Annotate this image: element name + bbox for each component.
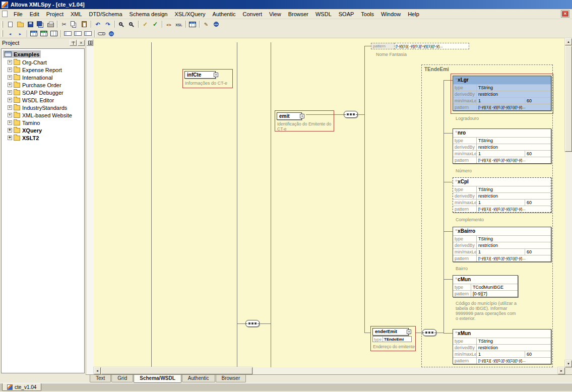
- tree-item-org-chart[interactable]: Org-Chart: [2, 58, 84, 66]
- element-table-xmun[interactable]: xMun typeTString derivedByrestriction mi…: [453, 329, 551, 364]
- table-green-button[interactable]: [39, 29, 49, 38]
- expand-icon[interactable]: [8, 113, 12, 117]
- menu-item-dtd-schema[interactable]: DTD/Schema: [86, 10, 126, 18]
- menu-item-edit[interactable]: Edit: [26, 10, 43, 18]
- expand-icon[interactable]: [8, 68, 12, 72]
- menu-item-project[interactable]: Project: [43, 10, 67, 18]
- document-icon[interactable]: [2, 11, 8, 17]
- globe-view-button[interactable]: [106, 29, 116, 38]
- horizontal-scrollbar[interactable]: [94, 367, 565, 374]
- menu-item-schema-design[interactable]: Schema design: [126, 10, 171, 18]
- new-file-button[interactable]: [5, 20, 15, 29]
- scroll-left-button[interactable]: [94, 367, 101, 374]
- save-all-button[interactable]: [35, 20, 45, 29]
- element-display-3-button[interactable]: [83, 29, 93, 38]
- cut-button[interactable]: [59, 20, 69, 29]
- vertical-scrollbar[interactable]: [565, 38, 572, 367]
- copy-button[interactable]: [69, 20, 79, 29]
- table-blue-button[interactable]: [29, 29, 39, 38]
- tree-item-expense-report[interactable]: Expense Report: [2, 66, 84, 74]
- scroll-up-button[interactable]: [565, 38, 572, 45]
- expand-handle-icon[interactable]: [214, 73, 218, 77]
- scroll-down-button[interactable]: [565, 360, 572, 367]
- tab-authentic[interactable]: Authentic: [182, 375, 215, 382]
- menu-item-browser[interactable]: Browser: [285, 10, 312, 18]
- expand-icon[interactable]: [8, 128, 12, 133]
- expand-handle-icon[interactable]: [300, 114, 304, 118]
- menu-item-authentic[interactable]: Authentic: [209, 10, 239, 18]
- element-display-button[interactable]: [62, 29, 73, 38]
- tree-item-tamino[interactable]: Tamino: [2, 119, 84, 126]
- table-plain-button[interactable]: [49, 29, 59, 38]
- element-table-xcpl[interactable]: xCpl typeTString derivedByrestriction mi…: [453, 177, 551, 213]
- tab-schema-wsdl[interactable]: Schema/WSDL: [134, 375, 181, 383]
- expand-icon[interactable]: [8, 60, 12, 64]
- link-schema-button[interactable]: [96, 29, 106, 38]
- expand-icon[interactable]: [8, 90, 12, 95]
- save-button[interactable]: [25, 20, 35, 29]
- browser-view-button[interactable]: [211, 20, 221, 29]
- tab-text[interactable]: Text: [90, 375, 111, 382]
- expand-icon[interactable]: [8, 98, 12, 102]
- expand-icon[interactable]: [8, 75, 12, 80]
- vertical-scroll-thumb[interactable]: [565, 46, 572, 152]
- menu-item-file[interactable]: File: [10, 10, 26, 18]
- nav-left-button[interactable]: [5, 29, 15, 38]
- element-table-nro[interactable]: nro typeTString derivedByrestriction min…: [453, 128, 551, 164]
- menu-item-tools[interactable]: Tools: [357, 10, 377, 18]
- menu-item-soap[interactable]: SOAP: [335, 10, 358, 18]
- tree-item-xml-based-website[interactable]: XML-based Website: [2, 111, 84, 119]
- find-button[interactable]: [116, 20, 126, 29]
- element-table-xbairro[interactable]: xBairro typeTString derivedByrestriction…: [453, 227, 551, 262]
- horizontal-scroll-thumb[interactable]: [101, 367, 252, 374]
- tree-item-international[interactable]: International: [2, 74, 84, 81]
- authentic-edit-button[interactable]: [201, 20, 211, 29]
- element-display-2-button[interactable]: [73, 29, 83, 38]
- menu-item-window[interactable]: Window: [377, 10, 404, 18]
- paste-button[interactable]: [79, 20, 89, 29]
- panel-close-button[interactable]: [78, 40, 85, 46]
- project-tree[interactable]: Examples Org-Chart Expense Report Intern…: [1, 48, 85, 373]
- tab-grid[interactable]: Grid: [111, 375, 133, 382]
- tree-root-examples[interactable]: Examples: [3, 50, 41, 58]
- menu-item-xml[interactable]: XML: [67, 10, 86, 18]
- schema-design-canvas[interactable]: infCte Informações do CT-e emit Identifi…: [94, 38, 565, 367]
- tree-item-xslt2[interactable]: XSLT2: [2, 134, 84, 142]
- expand-icon[interactable]: [8, 120, 12, 125]
- menu-item-convert[interactable]: Convert: [239, 10, 266, 18]
- menu-item-view[interactable]: View: [266, 10, 285, 18]
- expand-handle-icon[interactable]: [407, 330, 411, 334]
- expand-icon[interactable]: [8, 83, 12, 87]
- xml-tag-button[interactable]: [164, 20, 174, 29]
- element-table-xlgr[interactable]: xLgr typeTString derivedByrestriction mi…: [453, 76, 551, 111]
- element-emit[interactable]: emit: [277, 112, 302, 120]
- element-table-cmun[interactable]: cMun typeTCodMunIBGE pattern[0-9]{7}: [453, 275, 518, 297]
- check-wellformed-button[interactable]: [140, 20, 150, 29]
- nav-right-button[interactable]: [15, 29, 25, 38]
- tree-item-purchase-order[interactable]: Purchase Order: [2, 81, 84, 89]
- sequence-compositor-icon[interactable]: [245, 320, 260, 327]
- xsl-transform-button[interactable]: [174, 20, 184, 29]
- file-tab-cte-v1-04[interactable]: cte_v1.04: [2, 383, 41, 391]
- open-button[interactable]: [15, 20, 25, 29]
- menu-item-help[interactable]: Help: [404, 10, 423, 18]
- scroll-right-button[interactable]: [558, 367, 565, 374]
- sequence-compositor-icon[interactable]: [344, 111, 358, 118]
- tree-item-wsdl-editor[interactable]: WSDL Editor: [2, 96, 84, 104]
- print-button[interactable]: [45, 20, 55, 29]
- find-next-button[interactable]: [126, 20, 137, 29]
- toolbar-grip[interactable]: [2, 21, 3, 28]
- pattern-facet-value[interactable]: [!-ÿ]{1}[ -ÿ]{0,}[!-ÿ]{1}|[!-ÿ]...: [395, 43, 469, 49]
- autohide-pin-button[interactable]: [70, 40, 77, 46]
- expand-icon[interactable]: [8, 105, 12, 110]
- element-enderemit[interactable]: enderEmit: [372, 328, 409, 336]
- toolbar-grip[interactable]: [2, 30, 3, 37]
- menu-item-wsdl[interactable]: WSDL: [312, 10, 335, 18]
- expand-icon[interactable]: [8, 136, 12, 140]
- tree-item-soap-debugger[interactable]: SOAP Debugger: [2, 89, 84, 96]
- menu-item-xsl-xquery[interactable]: XSL/XQuery: [171, 10, 209, 18]
- display-diagram-button[interactable]: [87, 39, 93, 46]
- table-view-button[interactable]: [187, 20, 198, 29]
- tree-item-industrystandards[interactable]: IndustryStandards: [2, 104, 84, 111]
- redo-button[interactable]: [103, 20, 113, 29]
